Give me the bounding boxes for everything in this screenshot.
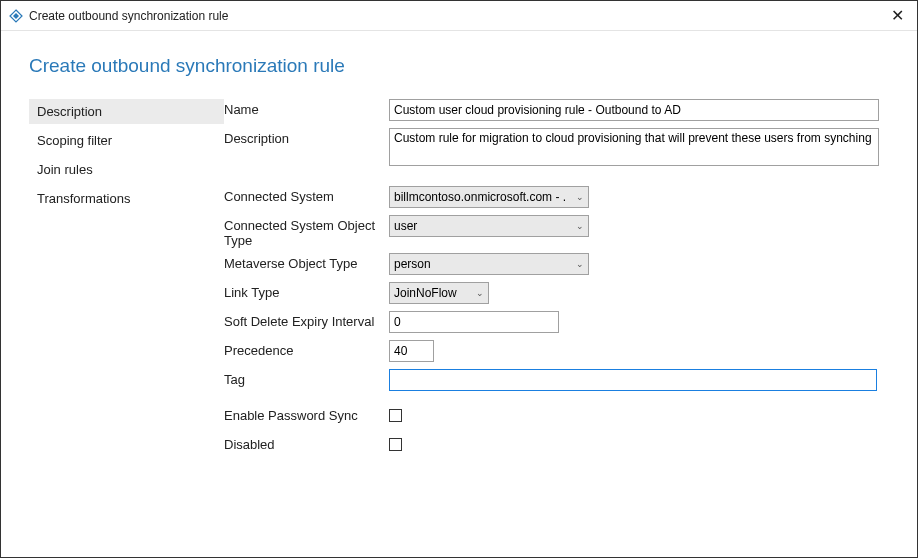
page-title: Create outbound synchronization rule: [29, 55, 897, 77]
disabled-checkbox[interactable]: [389, 438, 402, 451]
name-input[interactable]: [389, 99, 879, 121]
description-input[interactable]: Custom rule for migration to cloud provi…: [389, 128, 879, 166]
link-type-select[interactable]: JoinNoFlow ⌄: [389, 282, 489, 304]
chevron-down-icon: ⌄: [576, 192, 584, 202]
titlebar: Create outbound synchronization rule ✕: [1, 1, 917, 31]
precedence-input[interactable]: [389, 340, 434, 362]
close-button[interactable]: ✕: [885, 6, 909, 25]
soft-delete-label: Soft Delete Expiry Interval: [224, 311, 389, 329]
svg-marker-1: [13, 13, 19, 19]
window-title: Create outbound synchronization rule: [29, 9, 885, 23]
connected-system-label: Connected System: [224, 186, 389, 204]
sidebar-item-scoping-filter[interactable]: Scoping filter: [29, 128, 224, 153]
app-icon: [9, 9, 23, 23]
form: Name Description Custom rule for migrati…: [224, 99, 897, 463]
mv-object-type-label: Metaverse Object Type: [224, 253, 389, 271]
sidebar: Description Scoping filter Join rules Tr…: [29, 99, 224, 463]
chevron-down-icon: ⌄: [576, 259, 584, 269]
chevron-down-icon: ⌄: [576, 221, 584, 231]
enable-password-sync-label: Enable Password Sync: [224, 405, 389, 423]
description-label: Description: [224, 128, 389, 146]
connected-system-select[interactable]: billmcontoso.onmicrosoft.com - . ⌄: [389, 186, 589, 208]
name-label: Name: [224, 99, 389, 117]
tag-label: Tag: [224, 369, 389, 387]
tag-input[interactable]: [389, 369, 877, 391]
sidebar-item-description[interactable]: Description: [29, 99, 224, 124]
cs-object-type-label: Connected System Object Type: [224, 215, 389, 248]
chevron-down-icon: ⌄: [476, 288, 484, 298]
sidebar-item-join-rules[interactable]: Join rules: [29, 157, 224, 182]
disabled-label: Disabled: [224, 434, 389, 452]
cs-object-type-select[interactable]: user ⌄: [389, 215, 589, 237]
link-type-label: Link Type: [224, 282, 389, 300]
enable-password-sync-checkbox[interactable]: [389, 409, 402, 422]
sidebar-item-transformations[interactable]: Transformations: [29, 186, 224, 211]
mv-object-type-select[interactable]: person ⌄: [389, 253, 589, 275]
precedence-label: Precedence: [224, 340, 389, 358]
soft-delete-input[interactable]: [389, 311, 559, 333]
